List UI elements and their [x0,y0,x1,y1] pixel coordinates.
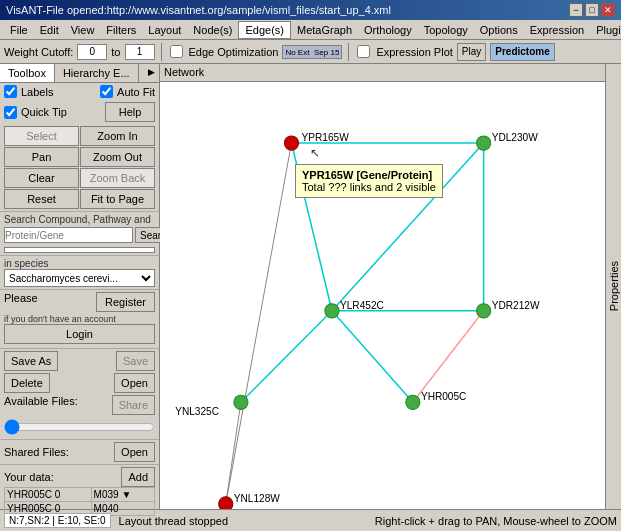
tab-toolbox[interactable]: Toolbox [0,64,55,82]
menu-nodes[interactable]: Node(s) [187,22,238,38]
add-button[interactable]: Add [121,467,155,487]
node-edge-status: N:7,SN:2 | E:10, SE:0 [4,513,111,528]
your-data-label: Your data: [4,471,54,483]
hint-status: Right-click + drag to PAN, Mouse-wheel t… [375,515,617,527]
svg-text:YNL128W: YNL128W [234,493,280,504]
zoomback-button[interactable]: Zoom Back [80,168,155,188]
delete-button[interactable]: Delete [4,373,50,393]
svg-text:↖: ↖ [310,146,320,160]
login-button[interactable]: Login [4,324,155,344]
no-ext-label: No Ext [283,47,311,58]
right-panel: Properties [605,64,621,509]
network-canvas[interactable]: YPR165W ↖ YDL230W YLR452C YDR212W YHR005… [160,82,605,509]
search-proteingene-input[interactable] [4,227,133,243]
node-ynl128w [219,497,233,509]
labels-checkbox[interactable] [4,85,17,98]
svg-line-2 [332,143,484,311]
species-area: in species Saccharomyces cerevi... [0,255,159,289]
save-button[interactable]: Save [116,351,155,371]
quicktip-label: Quick Tip [21,106,67,118]
expression-plot-checkbox[interactable] [357,45,370,58]
separator-1 [161,43,162,61]
share-button[interactable]: Share [112,395,155,415]
help-button[interactable]: Help [105,102,155,122]
saveas-save-row: Save As Save [4,351,155,371]
your-data-cell: YHR005C 0 [5,488,92,502]
menu-orthology[interactable]: Orthology [358,22,418,38]
file-area: Save As Save Delete Open Available Files… [0,348,159,439]
svg-text:YHR005C: YHR005C [421,391,466,402]
your-data-area: Your data: Add YHR005C 0 M039 ▼ YHR005C … [0,464,159,518]
menu-view[interactable]: View [65,22,101,38]
file-slider[interactable] [4,419,155,435]
svg-line-9 [226,143,292,504]
saveas-button[interactable]: Save As [4,351,58,371]
search-compound-label: Search Compound, Pathway and [4,214,155,225]
edge-optimization-checkbox[interactable] [170,45,183,58]
toolbar: Weight Cutoff: to Edge Optimization No E… [0,40,621,64]
expression-plot-label: Expression Plot [376,46,452,58]
your-data-cell: M039 ▼ [91,488,154,502]
to-label: to [111,46,120,58]
window-controls: − □ ✕ [569,3,615,17]
gene-list[interactable]: fus1 ste3 [4,247,155,253]
menu-edges[interactable]: Edge(s) [238,21,291,39]
zoomin-button[interactable]: Zoom In [80,126,155,146]
node-ylr452c [325,304,339,318]
menu-options[interactable]: Options [474,22,524,38]
select-button[interactable]: Select [4,126,79,146]
open-button[interactable]: Open [114,373,155,393]
svg-line-5 [332,311,413,403]
delete-open-row: Delete Open [4,373,155,393]
please-label: Please [4,292,38,312]
zoomout-button[interactable]: Zoom Out [80,147,155,167]
species-select[interactable]: Saccharomyces cerevi... [4,269,155,287]
predictome-button[interactable]: Predictome [490,43,554,61]
svg-line-1 [291,143,331,311]
minimize-button[interactable]: − [569,3,583,17]
register-button[interactable]: Register [96,292,155,312]
table-row: YHR005C 0 M039 ▼ [5,488,155,502]
main-content: Toolbox Hierarchy E... ▶ Labels Auto Fit… [0,64,621,509]
network-panel: Network [160,64,605,509]
menu-bar: File Edit View Filters Layout Node(s) Ed… [0,20,621,40]
pan-button[interactable]: Pan [4,147,79,167]
menu-edit[interactable]: Edit [34,22,65,38]
shared-open-button[interactable]: Open [114,442,155,462]
reset-button[interactable]: Reset [4,189,79,209]
menu-topology[interactable]: Topology [418,22,474,38]
clear-button[interactable]: Clear [4,168,79,188]
available-share-row: Available Files: Share [4,395,155,415]
autofit-checkbox[interactable] [100,85,113,98]
edge-optimization-slider[interactable]: No Ext Sep 15 [282,45,342,59]
menu-plugins[interactable]: Plugins [590,22,621,38]
available-files-label: Available Files: [4,395,78,415]
labels-label: Labels [21,86,53,98]
your-data-table: YHR005C 0 M039 ▼ YHR005C 0 M040 [4,487,155,516]
quicktip-help-row: Quick Tip Help [0,100,159,124]
tab-hierarchy[interactable]: Hierarchy E... [55,64,139,82]
tab-arrow[interactable]: ▶ [144,64,159,82]
search-row: Search [4,227,155,243]
status-bar: N:7,SN:2 | E:10, SE:0 Layout thread stop… [0,509,621,531]
window-title: VisANT-File opened:http://www.visantnet.… [6,4,391,16]
list-item: fus1 ste3 [7,250,152,253]
fittopage-button[interactable]: Fit to Page [80,189,155,209]
close-button[interactable]: ✕ [601,3,615,17]
menu-expression[interactable]: Expression [524,22,590,38]
weight-from-input[interactable] [77,44,107,60]
quicktip-checkbox[interactable] [4,106,17,119]
labels-autofit-row: Labels Auto Fit [0,83,159,100]
species-label: in species [4,258,155,269]
menu-file[interactable]: File [4,22,34,38]
sep15-label: Sep 15 [312,47,341,58]
network-svg: YPR165W ↖ YDL230W YLR452C YDR212W YHR005… [160,82,605,509]
menu-metagraph[interactable]: MetaGraph [291,22,358,38]
maximize-button[interactable]: □ [585,3,599,17]
svg-text:YLR452C: YLR452C [340,300,384,311]
play-button[interactable]: Play [457,43,486,61]
menu-layout[interactable]: Layout [142,22,187,38]
weight-to-input[interactable] [125,44,155,60]
menu-filters[interactable]: Filters [100,22,142,38]
svg-text:YDL230W: YDL230W [492,132,538,143]
